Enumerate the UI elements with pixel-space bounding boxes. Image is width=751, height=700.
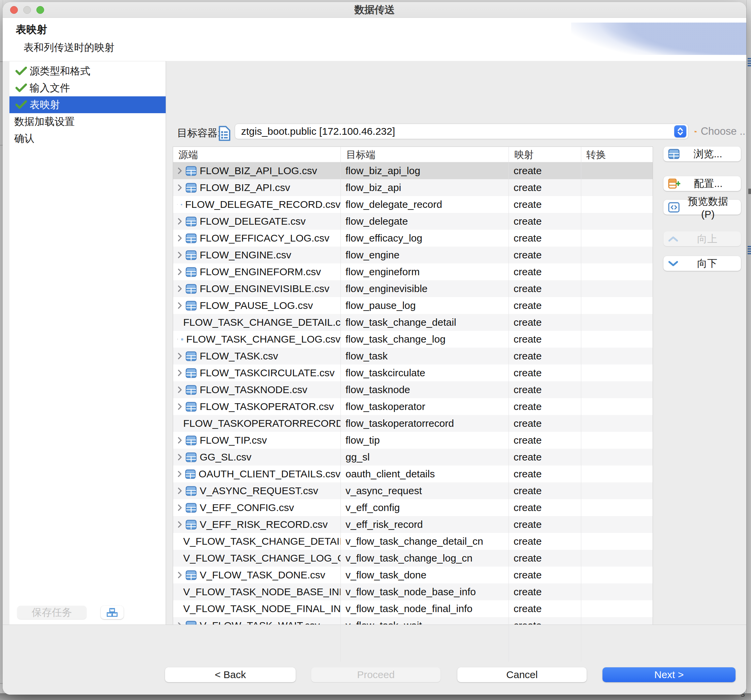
expand-chevron-icon[interactable]: [177, 503, 182, 512]
table-icon: [185, 435, 197, 445]
source-file-name: FLOW_DELEGATE_RECORD.csv: [185, 199, 340, 210]
background-window-fragment: [748, 58, 751, 67]
configure-button[interactable]: 配置...: [663, 176, 741, 191]
expand-chevron-icon[interactable]: [177, 402, 182, 411]
table-icon: [185, 183, 197, 193]
expand-chevron-icon[interactable]: [177, 486, 182, 495]
column-divider[interactable]: [340, 147, 341, 661]
move-down-button[interactable]: 向下: [663, 256, 741, 271]
expand-chevron-icon[interactable]: [177, 335, 178, 344]
target-table-name: v_flow_task_change_detail_cn: [340, 533, 508, 550]
transform-value: [581, 179, 653, 196]
mapping-type: create: [508, 163, 581, 179]
expand-chevron-icon[interactable]: [177, 520, 182, 529]
source-file-name: FLOW_TASK_CHANGE_DETAIL.csv: [183, 317, 340, 328]
expand-chevron-icon[interactable]: [177, 301, 182, 310]
source-file-name: V_EFF_CONFIG.csv: [200, 502, 294, 513]
column-divider[interactable]: [508, 147, 509, 661]
expand-chevron-icon[interactable]: [177, 352, 182, 361]
wizard-step-label: 源类型和格式: [29, 64, 90, 78]
target-table-name: flow_engineform: [340, 263, 508, 280]
target-container-combobox[interactable]: ztgis_boot.public [172.100.46.232]: [235, 124, 688, 139]
background-window-fragment: [748, 246, 751, 255]
move-up-button[interactable]: 向上: [663, 231, 741, 246]
choose-container-button[interactable]: Choose ...: [694, 124, 746, 139]
expand-chevron-icon[interactable]: [177, 166, 182, 175]
expand-chevron-icon[interactable]: [177, 268, 182, 276]
data-transfer-dialog: 数据传送 表映射 表和列传送时的映射 源类型和格式 输入文件 表映射 数据加载设…: [3, 2, 746, 695]
target-table-name: v_flow_task_change_log_cn: [340, 550, 508, 567]
expand-chevron-icon[interactable]: [177, 571, 182, 579]
expand-chevron-icon[interactable]: [177, 369, 182, 377]
expand-chevron-icon[interactable]: [177, 386, 182, 394]
mapping-type: create: [508, 246, 581, 263]
next-button[interactable]: Next >: [603, 667, 736, 682]
page-subtitle: 表和列传送时的映射: [23, 41, 114, 54]
titlebar: 数据传送: [3, 2, 746, 18]
transform-value: [581, 230, 653, 246]
proceed-button[interactable]: Proceed: [311, 667, 440, 682]
expand-chevron-icon[interactable]: [177, 436, 182, 444]
background-window-right-sliver: [746, 0, 751, 695]
source-file-name: FLOW_ENGINEVISIBLE.csv: [200, 283, 329, 294]
expand-chevron-icon[interactable]: [177, 234, 182, 243]
transform-value: [581, 263, 653, 280]
transform-value: [581, 297, 653, 314]
source-file-name: V_FLOW_TASK_CHANGE_LOG_CN.csv: [183, 553, 340, 564]
transform-value: [581, 381, 653, 398]
sidebar-step-0[interactable]: 源类型和格式: [9, 63, 166, 79]
transform-value: [581, 415, 653, 432]
source-file-name: FLOW_ENGINEFORM.csv: [200, 266, 321, 277]
expand-chevron-icon[interactable]: [177, 251, 182, 259]
move-up-label: 向上: [678, 232, 736, 246]
sidebar-step-2[interactable]: 表映射: [9, 96, 166, 113]
mapping-type: create: [508, 179, 581, 196]
expand-chevron-icon[interactable]: [177, 284, 182, 293]
source-file-name: FLOW_TASK.csv: [200, 350, 278, 362]
background-line: [0, 61, 3, 62]
cancel-button[interactable]: Cancel: [457, 667, 587, 682]
save-task-button[interactable]: 保存任务: [17, 606, 87, 619]
browse-button[interactable]: 浏览...: [663, 147, 741, 161]
background-line: [0, 683, 3, 684]
expand-chevron-icon[interactable]: [177, 183, 182, 192]
target-table-name: flow_task_change_detail: [340, 314, 508, 331]
expand-chevron-icon[interactable]: [177, 453, 182, 462]
folder-icon: [694, 126, 697, 137]
expand-chevron-icon[interactable]: [177, 469, 182, 479]
transform-value: [581, 499, 653, 516]
target-table-name: flow_engine: [340, 246, 508, 263]
table-icon: [185, 368, 197, 378]
mapping-type: create: [508, 550, 581, 567]
source-file-name: V_ASYNC_REQUEST.csv: [200, 485, 318, 497]
expand-chevron-icon[interactable]: [177, 217, 182, 226]
table-icon: [185, 166, 197, 176]
sidebar-step-4[interactable]: 确认: [9, 130, 166, 147]
target-table-name: v_flow_task_node_base_info: [340, 584, 508, 600]
transform-value: [581, 280, 653, 297]
column-header-mapping[interactable]: 映射: [514, 147, 534, 163]
transform-value: [581, 466, 653, 482]
column-divider[interactable]: [581, 147, 581, 661]
target-table-name: flow_biz_api: [340, 179, 508, 196]
combobox-stepper[interactable]: [674, 125, 686, 138]
mapping-type: create: [508, 567, 581, 584]
packages-icon: [107, 608, 118, 617]
expand-chevron-icon[interactable]: [177, 200, 178, 209]
column-header-source[interactable]: 源端: [178, 147, 198, 163]
preview-data-button[interactable]: 预览数据 (P): [663, 200, 741, 215]
table-icon: [185, 352, 197, 361]
table-icon: [185, 503, 197, 513]
target-container-label: 目标容器:: [177, 125, 220, 141]
column-header-target[interactable]: 目标端: [346, 147, 376, 163]
wizard-step-label: 数据加载设置: [14, 115, 75, 129]
table-icon: [185, 385, 197, 395]
sidebar-step-1[interactable]: 输入文件: [9, 79, 166, 96]
export-task-button[interactable]: [101, 606, 124, 619]
sidebar-step-3[interactable]: 数据加载设置: [9, 113, 166, 130]
column-header-transform[interactable]: 转换: [586, 147, 606, 163]
table-icon: [185, 217, 197, 226]
wizard-steps-sidebar: 源类型和格式 输入文件 表映射 数据加载设置 确认 保存任务: [9, 61, 166, 625]
transform-value: [581, 567, 653, 584]
back-button[interactable]: < Back: [165, 667, 296, 682]
